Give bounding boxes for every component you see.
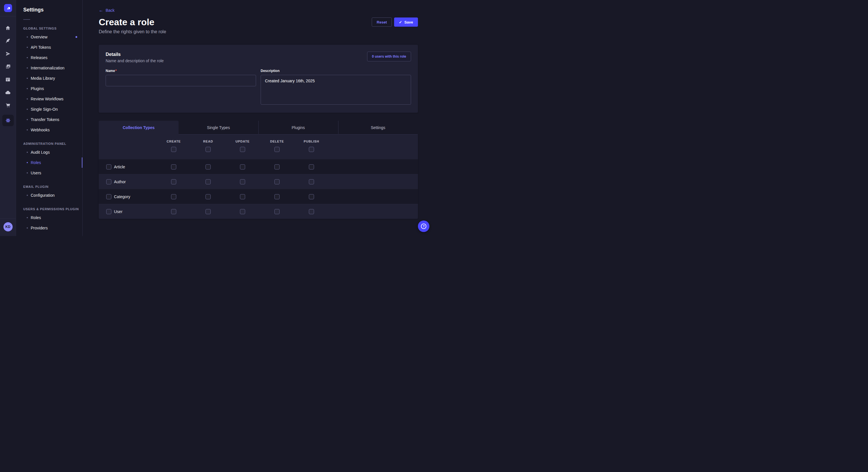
row-select-checkbox[interactable] — [106, 194, 112, 199]
permissions-panel: CREATE READ UPDATE DELETE PUBLISH Articl… — [99, 134, 418, 219]
permission-checkbox[interactable] — [309, 209, 314, 214]
row-select-checkbox[interactable] — [106, 209, 112, 214]
settings-icon[interactable] — [2, 115, 14, 126]
tab-collection-types[interactable]: Collection Types — [99, 121, 179, 134]
subnav-section-items: Overview API Tokens Releases Internation… — [16, 32, 82, 135]
permission-checkbox[interactable] — [206, 209, 211, 214]
permission-cell — [225, 164, 260, 169]
subnav-section-items: Audit Logs Roles Users — [16, 147, 82, 178]
permission-checkbox[interactable] — [309, 164, 314, 169]
tab-single-types[interactable]: Single Types — [179, 121, 258, 134]
permission-checkbox[interactable] — [309, 194, 314, 199]
select-all-checkbox[interactable] — [274, 147, 280, 152]
subnav-item-api-tokens[interactable]: API Tokens — [16, 42, 82, 53]
permission-checkbox[interactable] — [171, 164, 176, 169]
permission-cell — [225, 179, 260, 184]
tab-settings[interactable]: Settings — [338, 121, 418, 134]
subnav-item-webhooks[interactable]: Webhooks — [16, 125, 82, 135]
tab-plugins[interactable]: Plugins — [258, 121, 338, 134]
users-with-role-button[interactable]: 0 users with this role — [367, 52, 411, 61]
subnav-item-label: Users — [31, 171, 41, 175]
permission-checkbox[interactable] — [240, 179, 245, 184]
help-button[interactable]: ? — [418, 221, 429, 232]
permission-cell — [191, 194, 225, 199]
permission-checkbox[interactable] — [274, 179, 280, 184]
media-library-icon[interactable] — [2, 63, 14, 70]
permission-checkbox[interactable] — [206, 164, 211, 169]
details-subtitle: Name and description of the role — [105, 58, 164, 63]
permission-checkbox[interactable] — [274, 164, 280, 169]
subnav-item-users[interactable]: Users — [16, 168, 82, 178]
reset-button-label: Reset — [377, 20, 386, 24]
permission-cell — [294, 209, 329, 214]
bullet-icon — [27, 172, 28, 173]
subnav-section-items: Roles Providers — [16, 212, 82, 233]
permission-cell — [156, 179, 191, 184]
subnav-item-transfer-tokens[interactable]: Transfer Tokens — [16, 114, 82, 125]
subnav-section: ADMINISTRATION PANEL Audit Logs Roles Us… — [16, 142, 82, 178]
permission-column: PUBLISH — [294, 140, 329, 152]
releases-icon[interactable] — [2, 50, 14, 57]
row-select-checkbox[interactable] — [106, 164, 112, 169]
permission-checkbox[interactable] — [171, 179, 176, 184]
subnav-sections: GLOBAL SETTINGS Overview API Tokens Rele… — [16, 27, 82, 233]
row-select-checkbox[interactable] — [106, 179, 112, 184]
bullet-icon — [27, 47, 28, 48]
subnav-section: EMAIL PLUGIN Configuration — [16, 185, 82, 200]
permission-cell — [225, 209, 260, 214]
subnav-item-roles[interactable]: Roles — [16, 158, 82, 168]
svg-text:?: ? — [423, 225, 425, 228]
subnav-item-internationalization[interactable]: Internationalization — [16, 63, 82, 73]
subnav-item-overview[interactable]: Overview — [16, 32, 82, 42]
subnav-item-single-sign-on[interactable]: Single Sign-On — [16, 104, 82, 114]
permission-checkbox[interactable] — [171, 209, 176, 214]
permission-checkbox[interactable] — [240, 164, 245, 169]
save-button[interactable]: ✓ Save — [394, 18, 418, 27]
subnav-item-review-workflows[interactable]: Review Workflows — [16, 94, 82, 104]
description-textarea[interactable]: Created January 16th, 2025 — [260, 75, 411, 105]
reset-button[interactable]: Reset — [372, 18, 392, 27]
bullet-icon — [27, 119, 28, 120]
content-type-builder-icon[interactable] — [2, 76, 14, 83]
avatar[interactable]: KD — [3, 222, 12, 231]
subnav-item-plugins[interactable]: Plugins — [16, 83, 82, 94]
permission-cell — [294, 179, 329, 184]
permissions-section: Collection Types Single Types Plugins Se… — [99, 121, 418, 219]
content-manager-icon[interactable] — [2, 37, 14, 44]
subnav-item-roles[interactable]: Roles — [16, 212, 82, 223]
subnav-item-releases[interactable]: Releases — [16, 53, 82, 63]
subnav-item-audit-logs[interactable]: Audit Logs — [16, 147, 82, 158]
permission-checkbox[interactable] — [240, 209, 245, 214]
table-row-author: Author — [99, 174, 418, 189]
deploy-cloud-icon[interactable] — [2, 89, 14, 96]
permission-checkbox[interactable] — [274, 194, 280, 199]
permission-checkbox[interactable] — [274, 209, 280, 214]
select-all-checkbox[interactable] — [171, 147, 176, 152]
back-link[interactable]: ← Back — [99, 8, 115, 12]
details-card: Details Name and description of the role… — [99, 45, 418, 113]
subnav-item-label: Configuration — [31, 193, 55, 198]
description-field-group: Description Created January 16th, 2025 — [260, 69, 411, 106]
subnav-item-configuration[interactable]: Configuration — [16, 190, 82, 200]
bullet-icon — [27, 67, 28, 69]
permission-checkbox[interactable] — [240, 194, 245, 199]
page-subtitle: Define the rights given to the role — [99, 29, 418, 34]
select-all-checkbox[interactable] — [309, 147, 314, 152]
select-all-checkbox[interactable] — [240, 147, 245, 152]
subnav-item-providers[interactable]: Providers — [16, 223, 82, 233]
permission-checkbox[interactable] — [206, 179, 211, 184]
name-input[interactable] — [105, 75, 256, 86]
subnav-section-label: USERS & PERMISSIONS PLUGIN — [23, 207, 82, 211]
home-icon[interactable] — [2, 24, 14, 31]
users-with-role-label: 0 users with this role — [372, 55, 406, 59]
select-all-checkbox[interactable] — [206, 147, 211, 152]
marketplace-icon[interactable] — [2, 102, 14, 109]
subnav-item-media-library[interactable]: Media Library — [16, 73, 82, 83]
header-actions: Reset ✓ Save — [372, 18, 418, 27]
permission-checkbox[interactable] — [171, 194, 176, 199]
subnav-item-label: Providers — [31, 226, 48, 230]
permissions-table-body: Article Author Categ — [99, 159, 418, 219]
permission-checkbox[interactable] — [309, 179, 314, 184]
strapi-logo[interactable] — [4, 4, 12, 12]
permission-checkbox[interactable] — [206, 194, 211, 199]
